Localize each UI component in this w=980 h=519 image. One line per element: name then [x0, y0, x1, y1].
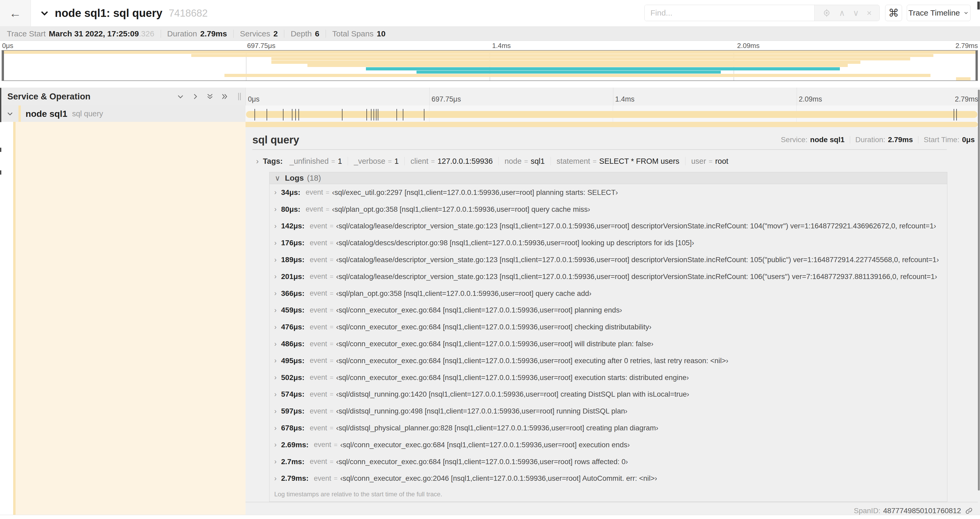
log-marker-tick[interactable]	[371, 109, 371, 121]
equals-sign: =	[330, 239, 334, 247]
find-next-icon[interactable]: ∨	[853, 9, 859, 17]
log-expand-chevron-right-icon[interactable]: ›	[274, 323, 281, 331]
column-resize-handle[interactable]	[238, 93, 242, 100]
deep-link-icon[interactable]	[965, 506, 973, 515]
find-prev-icon[interactable]: ∧	[839, 9, 845, 17]
log-marker-tick[interactable]	[299, 109, 299, 121]
log-expand-chevron-right-icon[interactable]: ›	[274, 289, 281, 297]
log-row[interactable]: ›678μs:event=‹sql/distsql_physical_plann…	[269, 420, 947, 436]
tag-key: statement	[557, 157, 590, 166]
log-row[interactable]: ›574μs:event=‹sql/distsql_running.go:142…	[269, 386, 947, 403]
log-expand-chevron-right-icon[interactable]: ›	[274, 256, 281, 264]
log-row[interactable]: ›2.79ms:event=‹sql/conn_executor_exec.go…	[269, 470, 947, 487]
log-row[interactable]: ›597μs:event=‹sql/distsql_running.go:498…	[269, 403, 947, 420]
log-expand-chevron-right-icon[interactable]: ›	[274, 340, 281, 348]
minimap-right-drag-handle[interactable]	[975, 51, 977, 80]
equals-sign: =	[388, 157, 392, 165]
log-expand-chevron-right-icon[interactable]: ›	[274, 458, 281, 466]
tag-item[interactable]: statement=SELECT * FROM users	[557, 157, 679, 166]
vertical-scrollbar[interactable]	[978, 89, 980, 490]
tag-item[interactable]: _unfinished=1	[290, 157, 342, 166]
divider	[918, 136, 918, 144]
span-name-cell[interactable]: node sql1 sql query	[0, 105, 245, 122]
log-row[interactable]: ›201μs:event=‹sql/catalog/lease/descript…	[269, 268, 947, 285]
log-expand-chevron-right-icon[interactable]: ›	[274, 188, 281, 196]
tag-item[interactable]: node=sql1	[504, 157, 544, 166]
logs-collapse-chevron-down-icon[interactable]: ∨	[275, 174, 280, 182]
tag-item[interactable]: client=127.0.0.1:59936	[410, 157, 493, 166]
keyboard-shortcuts-button[interactable]: ⌘	[885, 5, 902, 21]
log-expand-chevron-right-icon[interactable]: ›	[274, 407, 281, 415]
log-expand-chevron-right-icon[interactable]: ›	[274, 205, 281, 213]
log-row[interactable]: ›2.7ms:event=‹sql/conn_executor_exec.go:…	[269, 454, 947, 470]
tag-item[interactable]: _verbose=1	[354, 157, 399, 166]
log-marker-tick[interactable]	[366, 109, 367, 121]
span-bar-track[interactable]	[245, 105, 980, 122]
log-timestamp: 459μs:	[281, 306, 304, 315]
log-expand-chevron-right-icon[interactable]: ›	[274, 306, 281, 315]
log-marker-tick[interactable]	[956, 109, 957, 121]
log-marker-tick[interactable]	[295, 109, 296, 121]
log-row[interactable]: ›502μs:event=‹sql/conn_executor_exec.go:…	[269, 369, 947, 386]
collapse-trace-chevron-down-icon[interactable]	[40, 8, 49, 18]
log-expand-chevron-right-icon[interactable]: ›	[274, 441, 281, 449]
tag-item[interactable]: user=root	[691, 157, 729, 166]
log-marker-tick[interactable]	[283, 109, 283, 121]
log-marker-tick[interactable]	[342, 109, 342, 121]
log-marker-tick[interactable]	[374, 109, 374, 121]
log-marker-tick[interactable]	[267, 109, 267, 121]
log-row[interactable]: ›80μs:event=‹sql/plan_opt.go:358 [nsql1,…	[269, 201, 947, 218]
collapse-one-chevron-down-icon[interactable]	[177, 93, 185, 101]
span-collapse-chevron-down-icon[interactable]	[6, 110, 14, 117]
log-row[interactable]: ›476μs:event=‹sql/conn_executor_exec.go:…	[269, 319, 947, 335]
log-expand-chevron-right-icon[interactable]: ›	[274, 424, 281, 432]
find-clear-icon[interactable]: ×	[867, 9, 872, 17]
log-row[interactable]: ›2.69ms:event=‹sql/conn_executor_exec.go…	[269, 436, 947, 454]
log-field-name: event	[314, 441, 331, 449]
minimap-left-drag-handle[interactable]	[2, 51, 4, 80]
expand-all-double-chevron-right-icon[interactable]	[221, 93, 229, 101]
log-marker-tick[interactable]	[424, 109, 425, 121]
tag-value: 1	[338, 157, 342, 166]
tags-expand-chevron-right-icon[interactable]: ›	[256, 156, 259, 166]
equals-sign: =	[334, 441, 337, 449]
log-row[interactable]: ›459μs:event=‹sql/conn_executor_exec.go:…	[269, 302, 947, 319]
log-expand-chevron-right-icon[interactable]: ›	[274, 374, 281, 382]
log-marker-tick[interactable]	[378, 109, 378, 121]
view-selector-button[interactable]: Trace Timeline	[907, 5, 970, 21]
span-detail-meta: Service: node sql1 Duration: 2.79ms Star…	[781, 136, 975, 144]
log-marker-tick[interactable]	[376, 109, 377, 121]
log-row[interactable]: ›34μs:event=‹sql/exec_util.go:2297 [nsql…	[269, 184, 947, 201]
log-row[interactable]: ›176μs:event=‹sql/catalog/descs/descript…	[269, 235, 947, 251]
log-expand-chevron-right-icon[interactable]: ›	[274, 390, 281, 398]
log-marker-tick[interactable]	[403, 109, 403, 121]
log-expand-chevron-right-icon[interactable]: ›	[274, 356, 281, 365]
log-marker-tick[interactable]	[954, 109, 954, 121]
services-value: 2	[274, 29, 278, 38]
find-input[interactable]	[644, 5, 814, 21]
expanded-span-accent	[245, 122, 978, 127]
tag-key: node	[504, 157, 522, 166]
log-expand-chevron-right-icon[interactable]: ›	[274, 474, 281, 482]
log-expand-chevron-right-icon[interactable]: ›	[274, 239, 281, 247]
logs-header[interactable]: ∨ Logs (18)	[269, 172, 947, 184]
span-duration-bar[interactable]	[246, 111, 977, 118]
log-row[interactable]: ›486μs:event=‹sql/conn_executor_exec.go:…	[269, 335, 947, 352]
expand-one-chevron-right-icon[interactable]	[191, 93, 199, 101]
log-row[interactable]: ›142μs:event=‹sql/catalog/lease/descript…	[269, 218, 947, 235]
focus-target-icon[interactable]	[822, 8, 831, 18]
log-row[interactable]: ›495μs:event=‹sql/conn_executor_exec.go:…	[269, 352, 947, 369]
log-marker-tick[interactable]	[396, 109, 397, 121]
back-button[interactable]: ←	[0, 0, 31, 26]
log-row[interactable]: ›366μs:event=‹sql/plan_opt.go:358 [nsql1…	[269, 285, 947, 302]
log-expand-chevron-right-icon[interactable]: ›	[274, 222, 281, 230]
log-marker-tick[interactable]	[255, 109, 255, 121]
collapse-all-double-chevron-down-icon[interactable]	[206, 93, 214, 101]
log-field-name: event	[310, 272, 327, 281]
log-marker-tick[interactable]	[292, 109, 293, 121]
left-scroll-indicator[interactable]	[0, 88, 1, 122]
log-expand-chevron-right-icon[interactable]: ›	[274, 272, 281, 281]
minimap-canvas[interactable]	[2, 50, 978, 81]
tags-label[interactable]: Tags:	[263, 157, 283, 166]
log-row[interactable]: ›189μs:event=‹sql/catalog/lease/descript…	[269, 251, 947, 268]
